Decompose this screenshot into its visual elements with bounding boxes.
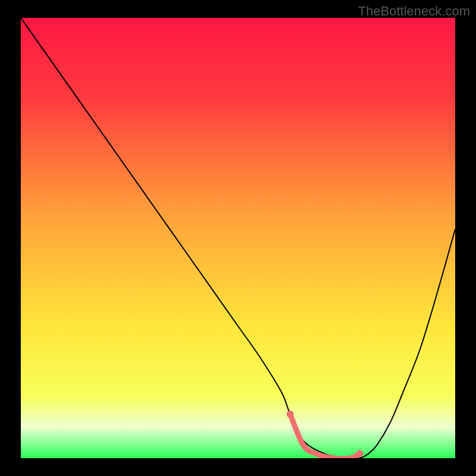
chart-container: TheBottleneck.com: [0, 0, 476, 476]
gradient-background: [21, 18, 455, 458]
marker-dot-left: [287, 411, 294, 418]
plot-area: [21, 18, 455, 458]
bottleneck-chart: [21, 18, 455, 458]
watermark-text: TheBottleneck.com: [358, 4, 470, 19]
marker-dot-right: [356, 450, 363, 458]
